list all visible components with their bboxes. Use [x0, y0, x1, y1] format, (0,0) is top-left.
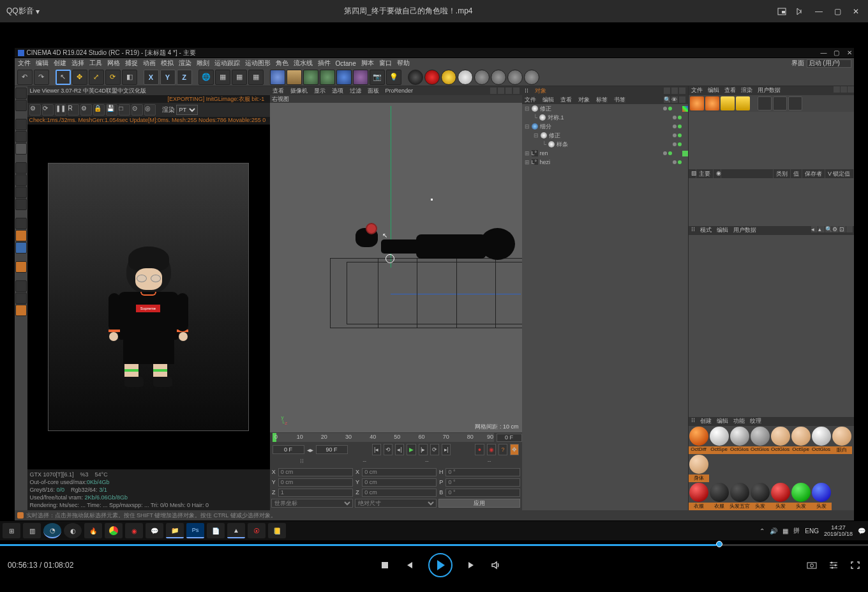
octane-mat2-icon[interactable] — [491, 70, 506, 85]
object-row[interactable]: ⊞L°ren — [522, 149, 688, 158]
vp-nav-icon[interactable] — [513, 87, 520, 94]
play-forward-icon[interactable]: ▶ — [407, 444, 415, 455]
render-pv-icon[interactable]: ▦ — [232, 70, 247, 85]
taskbar-chrome-icon[interactable] — [105, 523, 123, 538]
minimize-icon[interactable]: — — [814, 7, 823, 16]
render-mode-select[interactable]: PT — [176, 105, 198, 115]
prev-frame-icon[interactable]: ◂| — [395, 444, 404, 455]
last-tool-icon[interactable]: ◧ — [122, 70, 137, 85]
vp-menu[interactable]: 面板 — [368, 87, 379, 95]
size-y-input[interactable] — [362, 478, 437, 487]
snapshot-button[interactable] — [807, 560, 817, 570]
object-row[interactable]: ⊞L°hezi — [522, 158, 688, 165]
taskbar-ps-icon[interactable]: Ps — [186, 523, 204, 538]
material-swatch[interactable]: OctGlos — [750, 426, 770, 454]
primitive-cube-icon[interactable] — [270, 70, 285, 85]
vp-menu[interactable]: ProRender — [385, 87, 414, 94]
workplane-icon[interactable] — [15, 119, 27, 130]
tray-clock[interactable]: 14:272019/10/18 — [824, 524, 853, 537]
vp-menu[interactable]: 显示 — [314, 87, 326, 95]
menu-item[interactable]: 模拟 — [161, 59, 174, 68]
uv-mode-icon[interactable] — [15, 199, 27, 210]
attr-tab[interactable]: 编辑 — [717, 226, 728, 235]
taskbar-app-icon[interactable]: ◉ — [125, 523, 143, 538]
pip-icon[interactable] — [777, 7, 786, 16]
stop-button[interactable] — [380, 560, 390, 570]
vp-nav-icon[interactable] — [505, 87, 512, 94]
tweak-mode-icon[interactable] — [15, 242, 27, 254]
menu-item[interactable]: 插件 — [318, 59, 331, 68]
attr-tab[interactable]: 用户数据 — [733, 226, 756, 235]
vp-menu[interactable]: 查看 — [273, 87, 284, 95]
poly-mode-icon[interactable] — [15, 186, 27, 198]
viewport-3d[interactable]: ↖ y└z 网格间距 : 10 cm — [270, 103, 522, 432]
menu-item[interactable]: 选择 — [71, 59, 84, 68]
vp-nav-icon[interactable] — [490, 87, 497, 94]
viewport-solo-icon[interactable] — [15, 261, 27, 273]
layout-select[interactable] — [807, 59, 851, 68]
vp-menu[interactable]: 过滤 — [350, 87, 361, 95]
obj-tab[interactable]: 编辑 — [542, 96, 554, 104]
lv-lock-icon[interactable]: 🔒 — [93, 104, 105, 116]
pos-y-input[interactable] — [278, 478, 353, 487]
vp-nav-icon[interactable] — [498, 87, 504, 94]
forward-icon[interactable] — [796, 7, 805, 16]
size-mode-select[interactable]: 绝对尺寸 — [355, 499, 437, 508]
taskbar-wechat-icon[interactable]: 💬 — [146, 523, 163, 538]
mat-tab[interactable]: 纹理 — [750, 417, 761, 426]
octane-mat4-icon[interactable] — [524, 70, 539, 85]
menu-item[interactable]: 雕刻 — [197, 59, 209, 68]
c4d-min-icon[interactable]: — — [819, 49, 828, 57]
menu-item[interactable]: 文件 — [18, 59, 31, 68]
autokey-icon[interactable]: ◉ — [487, 444, 496, 455]
start-menu-icon[interactable]: ⊞ — [3, 523, 20, 538]
menu-item[interactable]: 捕捉 — [125, 59, 138, 68]
taskbar-app-icon[interactable]: 📒 — [268, 523, 286, 538]
material-swatch[interactable]: OctGlos — [770, 426, 791, 454]
tray-up-icon[interactable]: ⌃ — [760, 527, 765, 535]
tray-network-icon[interactable]: ▦ — [782, 527, 788, 535]
size-x-input[interactable] — [362, 468, 437, 476]
lv-save-icon[interactable]: 💾 — [106, 104, 117, 116]
menu-item[interactable]: 渲染 — [179, 59, 191, 68]
lv-pause-icon[interactable]: ❚❚ — [55, 104, 66, 116]
taskbar-notepad-icon[interactable]: 📄 — [207, 523, 225, 538]
view-icon[interactable]: 👁 — [671, 96, 678, 103]
prev-button[interactable] — [404, 560, 414, 570]
edge-mode-icon[interactable] — [15, 174, 27, 186]
lv-rec-icon[interactable]: R — [68, 104, 79, 116]
live-render-view[interactable]: Supreme — [27, 125, 270, 469]
timeline[interactable]: 0 10 20 30 40 50 60 70 80 90 0 F — [270, 432, 522, 443]
menu-item[interactable]: 动画 — [143, 59, 156, 68]
environment-icon[interactable] — [353, 70, 368, 85]
lv-clip-icon[interactable]: □ — [119, 104, 130, 116]
material-swatch[interactable]: 衣服 — [689, 482, 709, 510]
material-swatch[interactable]: 衣服 — [709, 482, 730, 510]
axis-mode-icon[interactable] — [15, 143, 27, 155]
texture-mode-icon[interactable] — [15, 100, 27, 111]
mat-tab[interactable]: 创建 — [700, 417, 712, 426]
move-tool-icon[interactable]: ✥ — [72, 70, 87, 85]
menu-item[interactable]: 运动跟踪 — [214, 59, 240, 68]
c4d-max-icon[interactable]: ▢ — [832, 49, 841, 57]
snap-toggle-icon[interactable] — [15, 218, 27, 229]
octane-sun-icon[interactable] — [441, 70, 456, 85]
windows-taskbar[interactable]: ⊞ ▥ ◔ ◐ 🔥 ◉ 💬 📁 Ps 📄 ▲ ⦿ 📒 ⌃ 🔊 ▦ 拼 ENG 1… — [0, 521, 868, 540]
menu-item[interactable]: 窗口 — [379, 59, 392, 68]
progress-thumb[interactable] — [716, 541, 722, 547]
taskbar-app-icon[interactable]: ◐ — [64, 523, 82, 538]
taskbar-record-icon[interactable]: ⦿ — [248, 523, 266, 538]
taskbar-explorer-icon[interactable]: 📁 — [166, 523, 184, 538]
undo-icon[interactable]: ↶ — [17, 70, 33, 85]
octane-cam-icon[interactable] — [424, 70, 440, 85]
manipulator-handle[interactable]: ↖ — [366, 223, 377, 234]
menu-item[interactable]: 角色 — [276, 59, 288, 68]
snap-grid-icon[interactable] — [15, 280, 27, 292]
scale-tool-icon[interactable]: ⤢ — [89, 70, 104, 85]
keyframe-selection-icon[interactable]: ✥ — [510, 444, 519, 455]
fullscreen-button[interactable] — [850, 560, 860, 570]
menu-item[interactable]: 创建 — [54, 59, 66, 68]
vp-menu[interactable]: 选项 — [332, 87, 343, 95]
lv-tool-icon[interactable]: ⚙ — [29, 104, 41, 116]
object-mode-icon[interactable] — [15, 131, 27, 142]
